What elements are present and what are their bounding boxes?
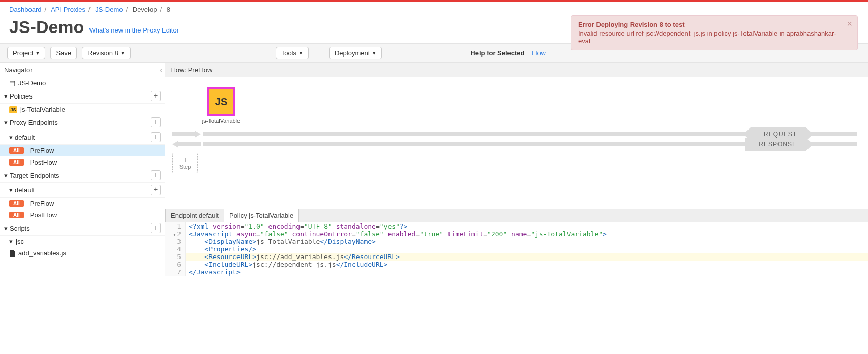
response-pipeline: RESPONSE: [172, 141, 863, 148]
section-policies[interactable]: ▾Policies +: [0, 89, 165, 104]
code-line[interactable]: 7</Javascript>: [165, 268, 868, 276]
response-label: RESPONSE: [745, 138, 806, 151]
breadcrumb-link[interactable]: JS-Demo: [95, 6, 123, 13]
add-script-button[interactable]: +: [151, 223, 161, 233]
code-line[interactable]: 1<?xml version="1.0" encoding="UTF-8" st…: [165, 222, 868, 230]
all-badge: All: [9, 147, 24, 154]
editor-tabs: Endpoint default Policy js-TotalVariable: [165, 209, 868, 222]
tools-menu[interactable]: Tools▼: [276, 47, 309, 59]
help-for-selected: Help for Selected: [470, 49, 524, 57]
javascript-icon: JS: [9, 106, 17, 113]
alert-title: Error Deploying Revision 8 to test: [578, 21, 843, 28]
error-alert: × Error Deploying Revision 8 to test Inv…: [571, 15, 858, 50]
alert-body: Invalid resource url ref jsc://dependent…: [578, 29, 836, 45]
section-scripts[interactable]: ▾Scripts +: [0, 221, 165, 236]
target-endpoint-default[interactable]: ▾default +: [0, 183, 165, 198]
section-target-endpoints[interactable]: ▾Target Endpoints +: [0, 168, 165, 183]
proxy-endpoint-default[interactable]: ▾default +: [0, 130, 165, 145]
code-text[interactable]: <Javascript async="false" continueOnErro…: [186, 230, 868, 238]
line-number: 2: [165, 230, 186, 238]
navigator-panel: Navigator ‹‹ ▤ JS-Demo ▾Policies + JS js…: [0, 63, 165, 276]
project-menu[interactable]: Project▼: [7, 47, 45, 59]
flow-canvas: JS js-TotalVariable REQUEST RESPONSE + S…: [165, 77, 868, 209]
code-line[interactable]: 2<Javascript async="false" continueOnErr…: [165, 230, 868, 238]
line-number: 5: [165, 253, 186, 261]
breadcrumb: Dashboard/ API Proxies/ JS-Demo/ Develop…: [0, 2, 868, 15]
script-file[interactable]: add_variables.js: [0, 247, 165, 259]
target-flow-preflow[interactable]: All PreFlow: [0, 198, 165, 209]
chevron-down-icon: ▼: [298, 51, 303, 56]
line-number: 4: [165, 245, 186, 253]
line-number: 7: [165, 268, 186, 276]
line-number: 6: [165, 261, 186, 268]
flow-header: Flow: PreFlow: [165, 63, 868, 77]
tab-policy[interactable]: Policy js-TotalVariable: [224, 209, 299, 222]
arrow-right-icon: [172, 131, 201, 138]
add-policy-button[interactable]: +: [151, 91, 161, 101]
code-text[interactable]: </Javascript>: [186, 268, 868, 276]
collapse-navigator-icon[interactable]: ‹‹: [160, 67, 161, 74]
flow-help-link[interactable]: Flow: [532, 49, 546, 57]
add-step-button[interactable]: + Step: [172, 153, 198, 173]
code-line[interactable]: 4 <Properties/>: [165, 245, 868, 253]
save-button[interactable]: Save: [50, 47, 77, 59]
proxy-icon: ▤: [9, 79, 15, 87]
nav-root[interactable]: ▤ JS-Demo: [0, 77, 165, 89]
deployment-menu[interactable]: Deployment▼: [329, 47, 382, 59]
chevron-down-icon: ▼: [372, 51, 376, 56]
code-editor[interactable]: 1<?xml version="1.0" encoding="UTF-8" st…: [165, 222, 868, 276]
flow-postflow[interactable]: All PostFlow: [0, 156, 165, 168]
navigator-title: Navigator: [4, 66, 33, 74]
policy-item[interactable]: JS js-TotalVariable: [0, 104, 165, 115]
code-text[interactable]: <IncludeURL>jsc://dependent_js.js</Inclu…: [186, 261, 868, 268]
chevron-down-icon: ▼: [121, 51, 125, 56]
breadcrumb-link[interactable]: Dashboard: [9, 6, 42, 13]
add-target-endpoint-button[interactable]: +: [151, 170, 161, 180]
all-badge: All: [9, 159, 24, 166]
add-proxy-endpoint-button[interactable]: +: [151, 117, 161, 127]
code-line[interactable]: 3 <DisplayName>js-TotalVariable</Display…: [165, 238, 868, 245]
code-line[interactable]: 5 <ResourceURL>jsc://add_variables.js</R…: [165, 253, 868, 261]
all-badge: All: [9, 212, 24, 218]
code-text[interactable]: <DisplayName>js-TotalVariable</DisplayNa…: [186, 238, 868, 245]
flow-preflow[interactable]: All PreFlow: [0, 145, 165, 156]
chevron-down-icon: ▼: [35, 51, 40, 56]
code-text[interactable]: <ResourceURL>jsc://add_variables.js</Res…: [186, 253, 868, 261]
line-number: 1: [165, 222, 186, 230]
close-icon[interactable]: ×: [847, 19, 852, 29]
tab-endpoint[interactable]: Endpoint default: [165, 209, 224, 222]
code-line[interactable]: 6 <IncludeURL>jsc://dependent_js.js</Inc…: [165, 261, 868, 268]
line-number: 3: [165, 238, 186, 245]
page-title: JS-Demo: [9, 17, 84, 37]
policy-node[interactable]: JS js-TotalVariable: [201, 87, 242, 124]
code-text[interactable]: <Properties/>: [186, 245, 868, 253]
scripts-folder[interactable]: ▾jsc: [0, 236, 165, 247]
add-flow-button[interactable]: +: [151, 185, 161, 195]
policy-node-label: js-TotalVariable: [202, 118, 240, 124]
file-icon: [9, 250, 15, 257]
code-text[interactable]: <?xml version="1.0" encoding="UTF-8" sta…: [186, 222, 868, 230]
plus-icon: +: [183, 156, 187, 164]
javascript-icon: JS: [215, 96, 227, 108]
all-badge: All: [9, 200, 24, 207]
breadcrumb-current: 8: [167, 6, 170, 13]
request-pipeline: REQUEST: [172, 131, 863, 138]
arrow-left-icon: [172, 141, 201, 148]
breadcrumb-link[interactable]: API Proxies: [51, 6, 85, 13]
whats-new-link[interactable]: What's new in the Proxy Editor: [89, 26, 179, 34]
add-flow-button[interactable]: +: [151, 132, 161, 142]
revision-menu[interactable]: Revision 8▼: [82, 47, 131, 59]
breadcrumb-current: Develop: [133, 6, 157, 13]
section-proxy-endpoints[interactable]: ▾Proxy Endpoints +: [0, 115, 165, 130]
target-flow-postflow[interactable]: All PostFlow: [0, 209, 165, 221]
